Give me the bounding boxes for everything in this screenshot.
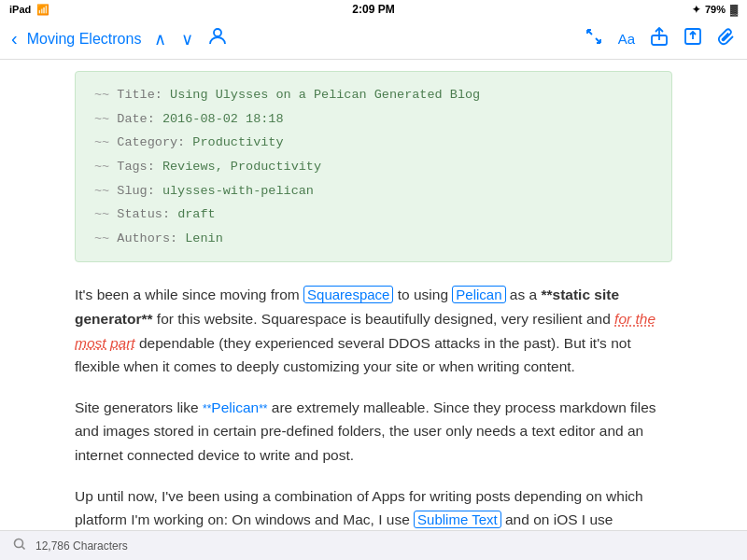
main-content: ~~ Title: Using Ulysses on a Pelican Gen… — [0, 60, 747, 530]
ipad-label: iPad — [9, 4, 31, 15]
fm-key-4: Tags: — [117, 160, 162, 174]
paragraph-1: It's been a while since moving from Squa… — [75, 283, 672, 378]
resize-icon-button[interactable] — [585, 27, 603, 50]
status-bar: iPad 📶 2:09 PM ✦ 79% ▓ — [0, 0, 747, 19]
tilde-1: ~~ — [94, 88, 109, 102]
nav-down-button[interactable]: ∨ — [177, 27, 197, 51]
tilde-5: ~~ — [94, 184, 109, 198]
para2-text1: Site generators like — [75, 399, 203, 415]
fm-val-2: 2016-08-02 18:18 — [162, 112, 284, 126]
squarespace-link[interactable]: Squarespace — [303, 286, 393, 303]
nav-up-button[interactable]: ∧ — [150, 27, 170, 51]
share-button[interactable] — [650, 26, 669, 51]
for-most-part-italic: for the most part — [75, 311, 655, 351]
para1-text2: to using — [393, 287, 452, 302]
fm-val-6: draft — [177, 207, 216, 221]
fm-key-2: Date: — [117, 112, 162, 126]
fm-val-1: Using Ulysses on a Pelican Generated Blo… — [170, 88, 480, 102]
status-time: 2:09 PM — [352, 3, 394, 16]
fm-key-3: Category: — [117, 135, 192, 149]
back-arrow-icon[interactable]: ‹ — [11, 28, 18, 49]
fm-val-7: Lenin — [185, 231, 223, 245]
tilde-2: ~~ — [94, 112, 109, 126]
fm-val-4: Reviews, Productivity — [162, 160, 321, 174]
bluetooth-icon: ✦ — [692, 4, 700, 16]
bottom-bar: 12,786 Characters — [0, 530, 747, 560]
pelican-link-2[interactable]: **Pelican** — [203, 399, 268, 415]
paragraph-2: Site generators like **Pelican** are ext… — [75, 396, 672, 468]
nav-back-label[interactable]: Moving Electrons — [27, 31, 142, 48]
frontmatter-block: ~~ Title: Using Ulysses on a Pelican Gen… — [75, 71, 672, 262]
article-body: It's been a while since moving from Squa… — [0, 273, 747, 530]
nav-left: ‹ Moving Electrons ∧ ∨ — [11, 25, 229, 52]
frontmatter-line-6: ~~ Status: draft — [94, 203, 653, 227]
frontmatter-line-5: ~~ Slug: ulysses-with-pelican — [94, 179, 653, 203]
para3-text2: and on iOS I use — [501, 511, 613, 527]
person-icon[interactable] — [206, 25, 229, 52]
char-count: 12,786 Characters — [35, 539, 128, 553]
fm-key-7: Authors: — [117, 231, 185, 245]
frontmatter-line-7: ~~ Authors: Lenin — [94, 227, 653, 251]
battery-percent: 79% — [705, 4, 726, 15]
status-left: iPad 📶 — [9, 4, 49, 16]
search-icon[interactable] — [13, 538, 26, 554]
frontmatter-line-2: ~~ Date: 2016-08-02 18:18 — [94, 107, 653, 132]
tilde-6: ~~ — [94, 207, 109, 221]
fm-key-5: Slug: — [117, 184, 162, 198]
fm-key-1: Title: — [117, 88, 170, 102]
frontmatter-line-4: ~~ Tags: Reviews, Productivity — [94, 155, 653, 179]
svg-point-3 — [15, 539, 23, 547]
battery-icon: ▓ — [730, 4, 738, 15]
attach-button[interactable] — [717, 27, 736, 50]
frontmatter-line-3: ~~ Category: Productivity — [94, 131, 653, 155]
tilde-3: ~~ — [94, 135, 109, 149]
frontmatter-line-1: ~~ Title: Using Ulysses on a Pelican Gen… — [94, 83, 653, 107]
fm-key-6: Status: — [117, 207, 177, 221]
nav-right: Aa — [585, 26, 736, 51]
font-button[interactable]: Aa — [618, 31, 635, 47]
fm-val-5: ulysses-with-pelican — [162, 184, 314, 198]
tilde-4: ~~ — [94, 160, 109, 174]
paragraph-3: Up until now, I've been using a combinat… — [75, 484, 672, 530]
wifi-icon: 📶 — [36, 4, 49, 16]
tilde-7: ~~ — [94, 231, 109, 245]
pelican-link-1[interactable]: Pelican — [452, 286, 505, 303]
nav-bar: ‹ Moving Electrons ∧ ∨ Aa — [0, 19, 747, 60]
para1-text1: It's been a while since moving from — [75, 287, 303, 302]
status-right: ✦ 79% ▓ — [692, 4, 738, 16]
fm-val-3: Productivity — [192, 135, 283, 149]
svg-point-0 — [214, 29, 221, 36]
sublime-text-link[interactable]: Sublime Text — [414, 511, 501, 528]
nav-arrows: ∧ ∨ — [150, 27, 197, 51]
export-button[interactable] — [684, 27, 702, 50]
